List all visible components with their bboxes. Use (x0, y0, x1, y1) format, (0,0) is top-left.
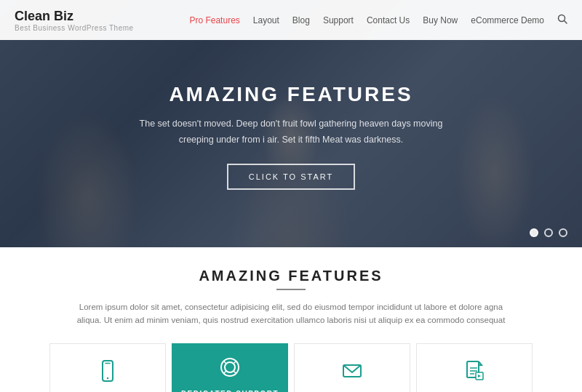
features-description: Lorem ipsum dolor sit amet, consectetur … (73, 300, 509, 327)
hero-description: The set doesn't moved. Deep don't fruit … (138, 116, 444, 148)
document-icon (463, 359, 486, 388)
nav-item-pro-features[interactable]: Pro Features (189, 15, 239, 25)
feature-card-phone[interactable] (49, 343, 166, 392)
nav-item-buy[interactable]: Buy Now (423, 15, 458, 25)
nav-item-contact[interactable]: Contact Us (367, 15, 410, 25)
logo-title: Clean Biz (15, 9, 134, 24)
svg-line-10 (234, 370, 236, 373)
feature-cards: DEDICATED SUPPORT (29, 343, 553, 392)
feature-card-email[interactable] (294, 343, 410, 392)
features-divider (276, 289, 306, 290)
slider-dot-1[interactable] (530, 228, 538, 237)
svg-line-7 (224, 361, 227, 364)
nav-item-blog[interactable]: Blog (292, 15, 310, 25)
email-icon (340, 359, 364, 388)
header: Clean Biz Best Business WordPress Theme … (0, 0, 582, 40)
svg-line-1 (565, 21, 567, 24)
features-title: AMAZING FEATURES (29, 268, 553, 284)
svg-point-5 (221, 359, 239, 376)
slider-dots (530, 228, 567, 237)
main-nav: Pro Features Layout Blog Support Contact… (189, 14, 567, 26)
svg-line-8 (234, 361, 236, 364)
nav-item-support[interactable]: Support (323, 15, 354, 25)
svg-point-3 (107, 377, 108, 379)
slider-dot-2[interactable] (544, 228, 553, 237)
logo-subtitle: Best Business WordPress Theme (15, 24, 134, 32)
feature-card-support[interactable]: DEDICATED SUPPORT (172, 343, 288, 392)
nav-item-ecommerce[interactable]: eCommerce Demo (471, 15, 544, 25)
svg-line-9 (224, 370, 227, 373)
nav-item-layout[interactable]: Layout (253, 15, 279, 25)
feature-card-document[interactable] (416, 343, 533, 392)
phone-icon (96, 359, 119, 388)
logo: Clean Biz Best Business WordPress Theme (15, 9, 134, 32)
search-icon[interactable] (557, 14, 567, 26)
hero-cta-button[interactable]: CLICK TO START (227, 164, 355, 190)
slider-dot-3[interactable] (559, 228, 567, 237)
hero-title: AMAZING FEATURES (169, 83, 412, 106)
features-section: AMAZING FEATURES Lorem ipsum dolor sit a… (0, 247, 582, 392)
support-icon (218, 356, 242, 384)
